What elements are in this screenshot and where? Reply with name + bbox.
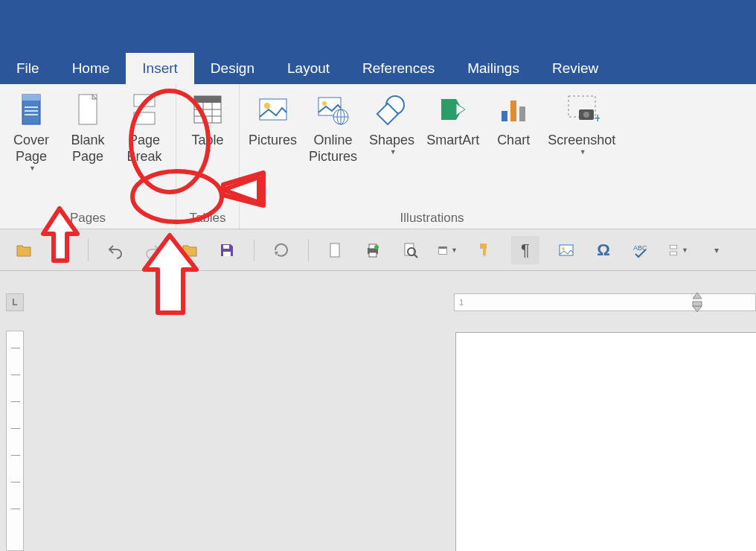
horizontal-ruler[interactable]: 1: [454, 293, 756, 311]
more-commands-icon[interactable]: ▾: [705, 240, 725, 261]
svg-rect-45: [369, 252, 377, 257]
open-folder-icon[interactable]: [179, 240, 200, 261]
quick-access-toolbar: ▼ ¶ Ω ABC ▼ ▾: [0, 229, 756, 271]
svg-marker-57: [693, 293, 702, 299]
svg-rect-34: [54, 243, 60, 249]
cover-page-button[interactable]: Cover Page ▼: [3, 89, 60, 175]
svg-rect-35: [62, 243, 68, 249]
svg-rect-7: [134, 95, 155, 106]
online-pictures-button[interactable]: Online Pictures: [303, 89, 363, 168]
online-pictures-icon: [315, 92, 351, 127]
tab-mailings[interactable]: Mailings: [451, 53, 536, 84]
shapes-button[interactable]: Shapes ▼: [363, 89, 420, 168]
document-page[interactable]: [455, 332, 756, 551]
tab-insert[interactable]: Insert: [126, 53, 194, 84]
blank-page-icon: [70, 92, 106, 127]
svg-point-18: [322, 101, 327, 106]
print-icon[interactable]: [362, 240, 383, 261]
open-icon[interactable]: [13, 240, 34, 261]
tab-design[interactable]: Design: [194, 53, 271, 84]
chart-button[interactable]: Chart: [485, 89, 542, 168]
page-break-qat-icon[interactable]: ▼: [667, 240, 688, 261]
svg-point-32: [583, 112, 589, 118]
svg-rect-8: [134, 112, 155, 124]
redo-icon[interactable]: [142, 240, 163, 261]
ribbon: Cover Page ▼ Blank Page Page Break Pages: [0, 84, 756, 229]
table-icon: [190, 92, 225, 127]
screenshot-button[interactable]: + Screenshot ▼: [542, 89, 621, 168]
svg-rect-10: [194, 96, 221, 103]
svg-rect-29: [519, 106, 525, 121]
save-icon[interactable]: [217, 240, 237, 261]
smartart-label: SmartArt: [426, 132, 479, 148]
svg-line-49: [414, 255, 417, 258]
smartart-button[interactable]: SmartArt: [420, 89, 485, 168]
shapes-icon: [374, 92, 410, 127]
svg-rect-51: [439, 246, 447, 249]
blank-page-label: Blank Page: [71, 132, 104, 165]
format-paint-icon[interactable]: [474, 240, 495, 261]
page-break-icon: [126, 92, 162, 127]
paragraph-marks-icon[interactable]: ¶: [511, 236, 539, 264]
workspace: L 1: [0, 271, 756, 551]
symbol-icon[interactable]: Ω: [593, 240, 614, 261]
svg-rect-27: [502, 111, 507, 121]
svg-rect-56: [670, 252, 676, 255]
vertical-ruler[interactable]: [6, 331, 24, 551]
blank-page-button[interactable]: Blank Page: [60, 89, 116, 175]
refresh-icon[interactable]: [271, 240, 292, 261]
svg-marker-26: [456, 103, 465, 115]
svg-rect-38: [223, 245, 229, 249]
title-bar: File Home Insert Design Layout Reference…: [0, 0, 756, 84]
page-break-button[interactable]: Page Break: [116, 89, 173, 175]
undo-icon[interactable]: [105, 240, 126, 261]
group-illustrations: Pictures Online Pictures Shapes ▼ Smart: [240, 84, 624, 229]
tab-home[interactable]: Home: [56, 53, 126, 84]
online-pictures-label: Online Pictures: [309, 132, 357, 165]
indent-marker-icon[interactable]: [690, 293, 705, 313]
chevron-down-icon: ▼: [390, 148, 397, 156]
table-label: Table: [191, 132, 223, 148]
ruler-corner[interactable]: L: [6, 293, 24, 311]
spellcheck-icon[interactable]: ABC: [630, 240, 651, 261]
table-button[interactable]: Table ▼: [179, 89, 236, 159]
new-doc-icon[interactable]: [325, 240, 346, 261]
svg-rect-4: [25, 114, 38, 115]
svg-rect-36: [54, 251, 60, 257]
picture-icon[interactable]: [556, 240, 577, 261]
shapes-label: Shapes: [369, 132, 414, 148]
separator: [308, 239, 309, 261]
chart-icon: [496, 92, 531, 127]
chevron-down-icon: ▼: [205, 148, 212, 156]
svg-point-16: [264, 103, 270, 109]
svg-marker-58: [693, 306, 702, 312]
separator: [254, 239, 254, 261]
svg-rect-2: [25, 106, 38, 108]
svg-rect-39: [223, 252, 231, 256]
svg-rect-3: [25, 110, 38, 112]
screenshot-label: Screenshot: [548, 132, 615, 148]
svg-rect-37: [62, 251, 68, 257]
group-pages: Cover Page ▼ Blank Page Page Break Pages: [0, 84, 176, 229]
tab-review[interactable]: Review: [536, 53, 615, 84]
group-tables: Table ▼ Tables: [176, 84, 240, 229]
tab-layout[interactable]: Layout: [271, 53, 346, 84]
chevron-down-icon: ▼: [29, 165, 36, 172]
svg-rect-59: [693, 302, 702, 306]
group-label-tables: Tables: [189, 211, 225, 229]
svg-rect-55: [670, 245, 676, 249]
tab-strip: File Home Insert Design Layout Reference…: [0, 53, 615, 84]
tab-file[interactable]: File: [0, 53, 56, 84]
ruler-mark-1: 1: [459, 298, 464, 307]
cover-page-label: Cover Page: [13, 132, 49, 165]
svg-point-46: [374, 245, 379, 249]
date-icon[interactable]: ▼: [437, 240, 458, 261]
print-preview-icon[interactable]: [400, 240, 420, 261]
pictures-button[interactable]: Pictures: [243, 89, 303, 168]
pictures-icon: [255, 92, 291, 127]
chart-label: Chart: [497, 132, 530, 148]
svg-text:+: +: [594, 111, 600, 126]
templates-icon[interactable]: [51, 240, 71, 261]
tab-references[interactable]: References: [346, 53, 451, 84]
group-label-pages: Pages: [70, 211, 106, 229]
